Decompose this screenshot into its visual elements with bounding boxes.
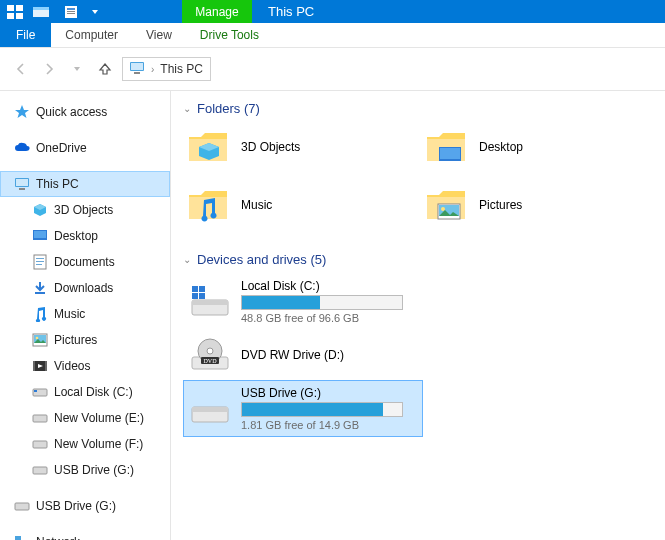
ribbon-tab-file[interactable]: File [0, 23, 51, 47]
folder-label: 3D Objects [241, 140, 300, 154]
sidebar-item-usb-drive[interactable]: USB Drive (G:) [0, 457, 170, 483]
onedrive-icon [14, 140, 30, 156]
folder-tile-pictures[interactable]: Pictures [421, 180, 659, 238]
navigation-pane: Quick access OneDrive This PC 3D Objects… [0, 91, 171, 540]
sidebar-item-local-disk[interactable]: Local Disk (C:) [0, 379, 170, 405]
chevron-down-icon: ⌄ [183, 103, 191, 114]
folder-label: Music [241, 198, 272, 212]
breadcrumb-sep-icon: › [151, 64, 154, 75]
window-title: This PC [252, 0, 330, 23]
sidebar-item-onedrive[interactable]: OneDrive [0, 135, 170, 161]
sidebar-item-usb-drive-top[interactable]: USB Drive (G:) [0, 493, 170, 519]
ribbon-tab-computer[interactable]: Computer [51, 23, 132, 47]
videos-icon [32, 358, 48, 374]
window-sysicons [0, 0, 56, 23]
svg-rect-33 [33, 467, 47, 474]
drive-info: DVD RW Drive (D:) [241, 348, 417, 362]
usb-drive-icon [189, 390, 231, 428]
folder-icon [187, 126, 229, 168]
sidebar-item-new-volume-e[interactable]: New Volume (E:) [0, 405, 170, 431]
svg-rect-22 [35, 292, 45, 294]
navigation-bar: › This PC [0, 48, 665, 91]
svg-rect-43 [192, 300, 228, 305]
svg-point-41 [441, 207, 445, 211]
back-button[interactable] [10, 58, 32, 80]
sidebar-item-music[interactable]: Music [0, 301, 170, 327]
qat-properties-button[interactable] [60, 2, 82, 22]
sidebar-item-desktop[interactable]: Desktop [0, 223, 170, 249]
drive-tile-local-disk[interactable]: Local Disk (C:) 48.8 GB free of 96.6 GB [183, 273, 423, 330]
breadcrumb-location[interactable]: This PC [160, 62, 203, 76]
drive-tile-usb[interactable]: USB Drive (G:) 1.81 GB free of 14.9 GB [183, 380, 423, 437]
drive-info: Local Disk (C:) 48.8 GB free of 96.6 GB [241, 279, 417, 324]
sidebar-item-label: Quick access [36, 105, 107, 119]
sidebar-item-pictures[interactable]: Pictures [0, 327, 170, 353]
drive-capacity-bar [241, 295, 403, 310]
recent-locations-button[interactable] [66, 58, 88, 80]
network-icon [14, 534, 30, 540]
svg-rect-48 [199, 293, 205, 299]
drive-icon [32, 436, 48, 452]
sidebar-item-label: Music [54, 307, 85, 321]
svg-rect-1 [16, 5, 23, 11]
ribbon-context-tab-manage[interactable]: Manage [182, 0, 252, 23]
3d-objects-icon [32, 202, 48, 218]
ribbon-tab-drive-tools-label: Drive Tools [200, 28, 259, 42]
folders-grid: 3D Objects Desktop Music Pictures [183, 122, 659, 238]
sidebar-item-new-volume-f[interactable]: New Volume (F:) [0, 431, 170, 457]
ribbon-tab-file-label: File [16, 28, 35, 42]
quick-access-toolbar [56, 0, 110, 23]
folder-tile-3d-objects[interactable]: 3D Objects [183, 122, 421, 180]
sidebar-item-label: Network [36, 535, 80, 540]
drive-name: Local Disk (C:) [241, 279, 417, 293]
svg-rect-30 [34, 390, 37, 392]
sidebar-item-documents[interactable]: Documents [0, 249, 170, 275]
svg-rect-21 [36, 264, 42, 265]
documents-icon [32, 254, 48, 270]
sidebar-item-label: New Volume (E:) [54, 411, 144, 425]
drive-capacity-bar [241, 402, 403, 417]
sidebar-item-quick-access[interactable]: Quick access [0, 99, 170, 125]
svg-text:DVD: DVD [204, 358, 218, 364]
drives-row-1: Local Disk (C:) 48.8 GB free of 96.6 GB … [183, 273, 659, 380]
sidebar-item-label: Pictures [54, 333, 97, 347]
svg-rect-45 [192, 286, 198, 292]
sidebar-item-label: Local Disk (C:) [54, 385, 133, 399]
sidebar-item-this-pc[interactable]: This PC [0, 171, 170, 197]
window-title-text: This PC [268, 4, 314, 19]
up-button[interactable] [94, 58, 116, 80]
group-header-label: Devices and drives (5) [197, 252, 326, 267]
group-header-devices[interactable]: ⌄ Devices and drives (5) [183, 252, 659, 267]
titlebar: Manage This PC [0, 0, 665, 23]
drive-icon [189, 283, 231, 321]
quick-access-icon [14, 104, 30, 120]
svg-rect-9 [67, 13, 75, 14]
folder-tile-music[interactable]: Music [183, 180, 421, 238]
folder-label: Desktop [479, 140, 523, 154]
svg-point-51 [207, 348, 213, 354]
svg-rect-31 [33, 415, 47, 422]
forward-button[interactable] [38, 58, 60, 80]
qat-dropdown-icon[interactable] [84, 2, 106, 22]
chevron-down-icon: ⌄ [183, 254, 191, 265]
sidebar-item-3d-objects[interactable]: 3D Objects [0, 197, 170, 223]
drive-tile-dvd[interactable]: DVD DVD RW Drive (D:) [183, 330, 423, 380]
group-header-folders[interactable]: ⌄ Folders (7) [183, 101, 659, 116]
sidebar-item-label: This PC [36, 177, 79, 191]
folder-icon [425, 126, 467, 168]
dvd-drive-icon: DVD [189, 336, 231, 374]
usb-drive-icon [32, 462, 48, 478]
sidebar-item-videos[interactable]: Videos [0, 353, 170, 379]
folder-tile-desktop[interactable]: Desktop [421, 122, 659, 180]
address-bar[interactable]: › This PC [122, 57, 211, 81]
downloads-icon [32, 280, 48, 296]
sidebar-item-label: 3D Objects [54, 203, 113, 217]
sidebar-item-label: USB Drive (G:) [54, 463, 134, 477]
svg-rect-38 [440, 148, 460, 159]
ribbon-tab-view[interactable]: View [132, 23, 186, 47]
drives-row-2: USB Drive (G:) 1.81 GB free of 14.9 GB [183, 380, 659, 437]
sidebar-item-network[interactable]: Network [0, 529, 170, 540]
ribbon-tab-drive-tools[interactable]: Drive Tools [186, 23, 273, 47]
svg-rect-0 [7, 5, 14, 11]
sidebar-item-downloads[interactable]: Downloads [0, 275, 170, 301]
